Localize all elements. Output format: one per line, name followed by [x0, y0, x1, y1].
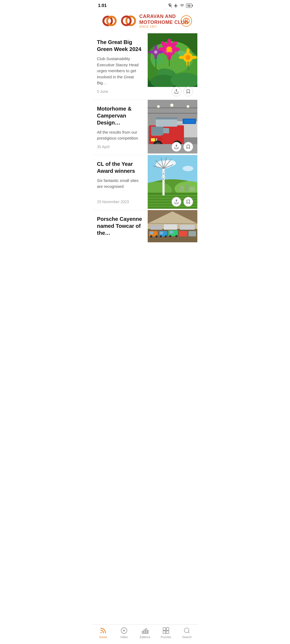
- svg-rect-39: [169, 55, 170, 66]
- article-title: Motorhome & Campervan Design…: [97, 105, 143, 126]
- svg-point-51: [170, 104, 173, 107]
- svg-point-28: [186, 48, 190, 55]
- bookmark-icon: [186, 144, 191, 149]
- svg-point-78: [183, 166, 193, 171]
- article-card[interactable]: Motorhome & Campervan Design… All the re…: [93, 100, 197, 155]
- svg-point-126: [175, 235, 177, 237]
- svg-point-32: [186, 55, 190, 60]
- article-date: 30 April: [97, 145, 110, 149]
- svg-rect-62: [151, 138, 155, 141]
- svg-point-36: [148, 51, 154, 53]
- svg-point-26: [166, 47, 172, 52]
- svg-point-30: [179, 56, 185, 59]
- svg-point-23: [172, 47, 180, 52]
- svg-point-20: [167, 39, 171, 47]
- svg-rect-91: [162, 177, 165, 178]
- svg-point-31: [191, 56, 197, 59]
- status-bar: 1:01 56: [93, 0, 197, 10]
- articles-list: The Great Big Green Week 2024 Club Susta…: [93, 33, 197, 244]
- article-image-container: [148, 210, 197, 244]
- article-summary: Six fantastic small sites are recognised: [97, 178, 143, 190]
- article-card[interactable]: CL of the Year Award winners Six fantast…: [93, 155, 197, 210]
- bookmark-icon: [186, 89, 191, 94]
- bookmark-button[interactable]: [183, 142, 193, 152]
- share-icon: [174, 144, 179, 149]
- airplane-icon: [174, 3, 178, 8]
- svg-rect-59: [156, 117, 177, 119]
- svg-point-94: [163, 178, 164, 180]
- svg-rect-116: [160, 232, 163, 234]
- svg-point-125: [169, 235, 171, 237]
- svg-rect-41: [155, 55, 156, 69]
- svg-rect-117: [170, 231, 173, 234]
- article-footer: 29 November 2023: [97, 197, 193, 207]
- article-actions: [172, 87, 193, 96]
- svg-point-93: [163, 173, 164, 175]
- svg-rect-103: [189, 187, 195, 191]
- svg-rect-101: [180, 186, 184, 191]
- svg-rect-118: [150, 225, 162, 230]
- svg-point-50: [157, 105, 160, 108]
- bottom-spacer: [93, 244, 197, 265]
- bookmark-button[interactable]: [183, 87, 193, 96]
- article-title: Porsche Cayenne named Towcar of the…: [97, 215, 143, 236]
- logo-icon: [102, 13, 118, 29]
- logo-subtitle: SINCE 1907: [139, 25, 189, 28]
- svg-point-52: [187, 105, 189, 108]
- status-time: 1:01: [98, 3, 107, 8]
- mute-icon: [168, 3, 172, 8]
- svg-rect-40: [188, 62, 189, 70]
- share-button[interactable]: [172, 87, 181, 96]
- status-icons: 56: [168, 3, 192, 8]
- article-image: [148, 210, 197, 242]
- svg-rect-57: [162, 128, 169, 133]
- svg-rect-72: [184, 120, 195, 123]
- article-footer: 5 June: [97, 87, 193, 96]
- svg-rect-90: [162, 171, 165, 172]
- article-title: CL of the Year Award winners: [97, 160, 143, 174]
- svg-rect-84: [148, 195, 197, 196]
- share-button[interactable]: [172, 142, 181, 152]
- svg-rect-113: [179, 231, 187, 236]
- article-date: 29 November 2023: [97, 200, 129, 204]
- svg-point-38: [154, 50, 157, 54]
- share-button[interactable]: [172, 197, 181, 207]
- svg-rect-60: [151, 127, 163, 135]
- share-icon: [174, 199, 179, 204]
- article-date: 5 June: [97, 89, 108, 94]
- article-summary: All the results from our prestigious com…: [97, 129, 143, 141]
- svg-point-8: [185, 19, 187, 21]
- logo-svg: [121, 13, 137, 29]
- article-footer: 30 April: [97, 142, 193, 152]
- svg-rect-115: [150, 232, 153, 234]
- svg-rect-102: [185, 185, 189, 191]
- svg-point-122: [155, 235, 158, 237]
- app-header: CARAVAN AND MOTORHOME CLUB SINCE 1907: [93, 10, 197, 33]
- share-icon: [174, 89, 179, 94]
- article-content: Porsche Cayenne named Towcar of the…: [93, 210, 148, 244]
- svg-rect-119: [164, 224, 177, 230]
- svg-point-121: [150, 235, 152, 237]
- svg-point-34: [154, 45, 157, 50]
- svg-point-37: [158, 51, 163, 53]
- logo: CARAVAN AND MOTORHOME CLUB SINCE 1907: [102, 13, 189, 29]
- article-image: [148, 33, 197, 87]
- battery-indicator: 56: [186, 3, 192, 8]
- profile-button[interactable]: [181, 15, 192, 27]
- article-actions: [172, 197, 193, 207]
- article-title: The Great Big Green Week 2024: [97, 39, 143, 53]
- article-card[interactable]: Porsche Cayenne named Towcar of the…: [93, 210, 197, 244]
- article-summary: Club Sustainability Executive Stacey Hea…: [97, 56, 143, 86]
- article-actions: [172, 142, 193, 152]
- bookmark-icon: [186, 199, 191, 204]
- bookmark-button[interactable]: [183, 197, 193, 207]
- svg-point-123: [160, 235, 162, 237]
- svg-rect-114: [189, 231, 196, 236]
- svg-rect-120: [180, 225, 195, 230]
- svg-rect-92: [162, 182, 165, 183]
- article-card[interactable]: The Great Big Green Week 2024 Club Susta…: [93, 33, 197, 100]
- svg-point-124: [165, 235, 167, 237]
- profile-icon: [183, 18, 190, 24]
- wifi-icon: [180, 3, 184, 8]
